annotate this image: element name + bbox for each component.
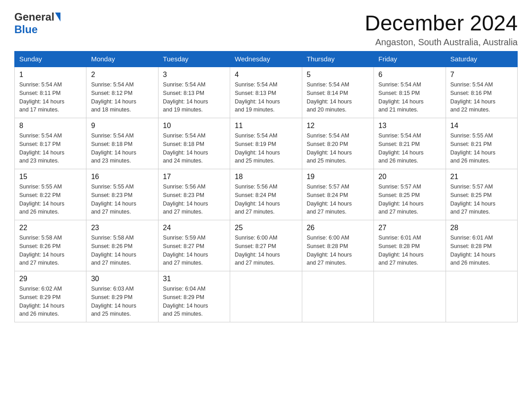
table-row: 21 Sunrise: 5:57 AM Sunset: 8:25 PM Dayl… [446, 169, 517, 220]
table-row: 26 Sunrise: 6:00 AM Sunset: 8:28 PM Dayl… [302, 220, 373, 271]
day-info: Sunrise: 5:54 AM Sunset: 8:18 PM Dayligh… [163, 132, 225, 165]
day-number: 5 [307, 71, 369, 79]
table-row: 8 Sunrise: 5:54 AM Sunset: 8:17 PM Dayli… [15, 118, 86, 169]
weekday-header-row: Sunday Monday Tuesday Wednesday Thursday… [15, 51, 518, 67]
calendar-title: December 2024 [365, 11, 518, 35]
header-thursday: Thursday [302, 51, 373, 67]
logo-triangle-icon [55, 13, 60, 21]
day-info: Sunrise: 5:58 AM Sunset: 8:26 PM Dayligh… [91, 234, 153, 267]
table-row: 3 Sunrise: 5:54 AM Sunset: 8:13 PM Dayli… [158, 67, 230, 118]
day-info: Sunrise: 5:54 AM Sunset: 8:13 PM Dayligh… [235, 81, 297, 114]
table-row: 2 Sunrise: 5:54 AM Sunset: 8:12 PM Dayli… [86, 67, 158, 118]
day-info: Sunrise: 5:54 AM Sunset: 8:19 PM Dayligh… [235, 132, 297, 165]
table-row: 11 Sunrise: 5:54 AM Sunset: 8:19 PM Dayl… [230, 118, 302, 169]
table-row: 24 Sunrise: 5:59 AM Sunset: 8:27 PM Dayl… [158, 220, 230, 271]
day-number: 2 [91, 71, 153, 79]
day-number: 19 [307, 173, 369, 181]
day-info: Sunrise: 6:00 AM Sunset: 8:28 PM Dayligh… [307, 234, 369, 267]
day-info: Sunrise: 6:02 AM Sunset: 8:29 PM Dayligh… [19, 285, 82, 318]
day-number: 28 [450, 224, 513, 232]
day-info: Sunrise: 5:57 AM Sunset: 8:25 PM Dayligh… [378, 183, 441, 216]
day-info: Sunrise: 5:57 AM Sunset: 8:25 PM Dayligh… [450, 183, 513, 216]
day-info: Sunrise: 5:58 AM Sunset: 8:26 PM Dayligh… [19, 234, 82, 267]
day-info: Sunrise: 5:54 AM Sunset: 8:20 PM Dayligh… [307, 132, 369, 165]
day-number: 8 [19, 122, 82, 130]
day-number: 23 [91, 224, 153, 232]
day-info: Sunrise: 5:59 AM Sunset: 8:27 PM Dayligh… [163, 234, 225, 267]
day-info: Sunrise: 5:56 AM Sunset: 8:24 PM Dayligh… [235, 183, 297, 216]
table-row: 22 Sunrise: 5:58 AM Sunset: 8:26 PM Dayl… [15, 220, 86, 271]
day-info: Sunrise: 5:54 AM Sunset: 8:16 PM Dayligh… [450, 81, 513, 114]
table-row: 4 Sunrise: 5:54 AM Sunset: 8:13 PM Dayli… [230, 67, 302, 118]
day-number: 21 [450, 173, 513, 181]
table-row: 5 Sunrise: 5:54 AM Sunset: 8:14 PM Dayli… [302, 67, 373, 118]
title-block: December 2024 Angaston, South Australia,… [365, 11, 518, 47]
table-row: 16 Sunrise: 5:55 AM Sunset: 8:23 PM Dayl… [86, 169, 158, 220]
day-info: Sunrise: 5:57 AM Sunset: 8:24 PM Dayligh… [307, 183, 369, 216]
day-number: 6 [378, 71, 441, 79]
day-number: 14 [450, 122, 513, 130]
calendar-week-row: 15 Sunrise: 5:55 AM Sunset: 8:22 PM Dayl… [15, 169, 518, 220]
header-saturday: Saturday [446, 51, 517, 67]
day-info: Sunrise: 5:54 AM Sunset: 8:17 PM Dayligh… [19, 132, 82, 165]
day-info: Sunrise: 5:54 AM Sunset: 8:14 PM Dayligh… [307, 81, 369, 114]
table-row: 15 Sunrise: 5:55 AM Sunset: 8:22 PM Dayl… [15, 169, 86, 220]
table-row: 13 Sunrise: 5:54 AM Sunset: 8:21 PM Dayl… [374, 118, 446, 169]
table-row: 25 Sunrise: 6:00 AM Sunset: 8:27 PM Dayl… [230, 220, 302, 271]
day-number: 11 [235, 122, 297, 130]
day-number: 1 [19, 71, 82, 79]
day-info: Sunrise: 6:01 AM Sunset: 8:28 PM Dayligh… [450, 234, 513, 267]
table-row [230, 271, 302, 322]
calendar-body: 1 Sunrise: 5:54 AM Sunset: 8:11 PM Dayli… [15, 67, 518, 322]
table-row: 14 Sunrise: 5:55 AM Sunset: 8:21 PM Dayl… [446, 118, 517, 169]
header-sunday: Sunday [15, 51, 86, 67]
day-number: 22 [19, 224, 82, 232]
day-info: Sunrise: 5:55 AM Sunset: 8:23 PM Dayligh… [91, 183, 153, 216]
day-number: 27 [378, 224, 441, 232]
table-row: 9 Sunrise: 5:54 AM Sunset: 8:18 PM Dayli… [86, 118, 158, 169]
page-header: General Blue December 2024 Angaston, Sou… [14, 11, 518, 47]
day-info: Sunrise: 5:56 AM Sunset: 8:23 PM Dayligh… [163, 183, 225, 216]
day-number: 16 [91, 173, 153, 181]
calendar-week-row: 29 Sunrise: 6:02 AM Sunset: 8:29 PM Dayl… [15, 271, 518, 322]
table-row: 1 Sunrise: 5:54 AM Sunset: 8:11 PM Dayli… [15, 67, 86, 118]
table-row: 20 Sunrise: 5:57 AM Sunset: 8:25 PM Dayl… [374, 169, 446, 220]
table-row: 30 Sunrise: 6:03 AM Sunset: 8:29 PM Dayl… [86, 271, 158, 322]
day-number: 9 [91, 122, 153, 130]
day-number: 31 [163, 275, 225, 283]
day-number: 17 [163, 173, 225, 181]
day-info: Sunrise: 5:54 AM Sunset: 8:13 PM Dayligh… [163, 81, 225, 114]
table-row: 7 Sunrise: 5:54 AM Sunset: 8:16 PM Dayli… [446, 67, 517, 118]
calendar-week-row: 22 Sunrise: 5:58 AM Sunset: 8:26 PM Dayl… [15, 220, 518, 271]
header-friday: Friday [374, 51, 446, 67]
day-info: Sunrise: 5:54 AM Sunset: 8:12 PM Dayligh… [91, 81, 153, 114]
table-row: 6 Sunrise: 5:54 AM Sunset: 8:15 PM Dayli… [374, 67, 446, 118]
table-row: 28 Sunrise: 6:01 AM Sunset: 8:28 PM Dayl… [446, 220, 517, 271]
day-number: 12 [307, 122, 369, 130]
day-info: Sunrise: 5:54 AM Sunset: 8:15 PM Dayligh… [378, 81, 441, 114]
day-number: 25 [235, 224, 297, 232]
day-number: 3 [163, 71, 225, 79]
day-number: 26 [307, 224, 369, 232]
day-number: 30 [91, 275, 153, 283]
day-info: Sunrise: 5:54 AM Sunset: 8:11 PM Dayligh… [19, 81, 82, 114]
day-number: 24 [163, 224, 225, 232]
day-number: 10 [163, 122, 225, 130]
logo: General Blue [14, 11, 60, 36]
day-info: Sunrise: 5:54 AM Sunset: 8:21 PM Dayligh… [378, 132, 441, 165]
table-row: 23 Sunrise: 5:58 AM Sunset: 8:26 PM Dayl… [86, 220, 158, 271]
header-monday: Monday [86, 51, 158, 67]
day-number: 7 [450, 71, 513, 79]
table-row: 10 Sunrise: 5:54 AM Sunset: 8:18 PM Dayl… [158, 118, 230, 169]
table-row: 19 Sunrise: 5:57 AM Sunset: 8:24 PM Dayl… [302, 169, 373, 220]
table-row: 27 Sunrise: 6:01 AM Sunset: 8:28 PM Dayl… [374, 220, 446, 271]
calendar-subtitle: Angaston, South Australia, Australia [365, 37, 518, 47]
day-number: 20 [378, 173, 441, 181]
day-number: 4 [235, 71, 297, 79]
table-row: 12 Sunrise: 5:54 AM Sunset: 8:20 PM Dayl… [302, 118, 373, 169]
table-row: 31 Sunrise: 6:04 AM Sunset: 8:29 PM Dayl… [158, 271, 230, 322]
day-info: Sunrise: 5:55 AM Sunset: 8:22 PM Dayligh… [19, 183, 82, 216]
table-row: 29 Sunrise: 6:02 AM Sunset: 8:29 PM Dayl… [15, 271, 86, 322]
day-number: 15 [19, 173, 82, 181]
day-info: Sunrise: 5:54 AM Sunset: 8:18 PM Dayligh… [91, 132, 153, 165]
